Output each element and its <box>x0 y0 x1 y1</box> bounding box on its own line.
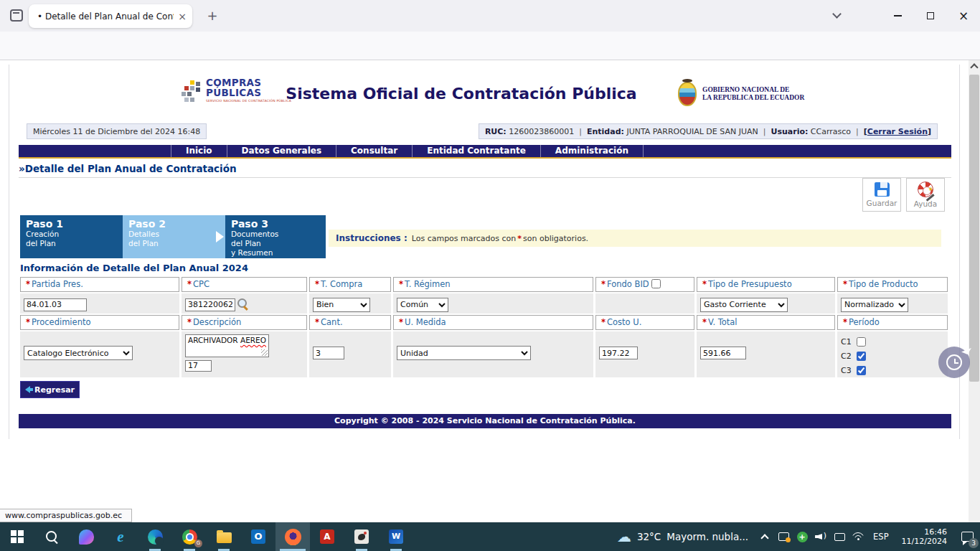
window-close-button[interactable]: × <box>956 9 971 23</box>
regresar-button[interactable]: Regresar <box>20 381 80 398</box>
new-tab-button[interactable]: + <box>204 7 221 24</box>
procedimiento-select[interactable]: Catalogo Electrónico <box>24 346 133 360</box>
nav-item-administracion[interactable]: Administración <box>540 145 644 157</box>
nav-item-inicio[interactable]: Inicio <box>171 145 227 157</box>
descripcion-codigo-input[interactable] <box>185 360 212 372</box>
wifi-icon[interactable] <box>849 522 867 551</box>
firefox-view-icon[interactable] <box>10 9 23 22</box>
resize-handle[interactable] <box>261 349 268 356</box>
weather-widget[interactable]: ☁ 32°C Mayorm. nubla... <box>610 522 755 551</box>
partida-input[interactable] <box>24 298 87 311</box>
cantidad-input[interactable] <box>313 347 344 359</box>
step-2-tab[interactable]: Paso 2 Detalles del Plan <box>123 215 225 258</box>
header-descripcion: *Descripción <box>182 315 307 330</box>
cerrar-sesion-link[interactable]: Cerrar Sesión <box>867 127 928 136</box>
step-3-tab[interactable]: Paso 3 Documentos del Plan y Resumen <box>225 215 326 258</box>
help-lifering-icon: ★ <box>918 182 933 197</box>
nav-item-entidad-contratante[interactable]: Entidad Contratante <box>412 145 540 157</box>
header-u-medida: *U. Medida <box>393 315 593 330</box>
acrobat-icon[interactable]: A <box>310 522 344 551</box>
page-viewport: COMPRASPÚBLICAS SERVICIO NACIONAL DE CON… <box>0 60 980 522</box>
guardar-button[interactable]: Guardar <box>862 178 901 212</box>
site-container: COMPRASPÚBLICAS SERVICIO NACIONAL DE CON… <box>9 65 960 439</box>
nav-item-consultar[interactable]: Consultar <box>336 145 412 157</box>
periodo-c1-row: C1 <box>841 334 944 349</box>
tipo-presupuesto-select[interactable]: Gasto Corriente <box>700 298 788 312</box>
language-indicator[interactable]: ESP <box>867 532 895 542</box>
v-total-input[interactable] <box>700 347 746 359</box>
periodo-c2-checkbox[interactable] <box>857 352 866 361</box>
form-value-row-2: Catalogo Electrónico ARCHIVADOR AEREO Un… <box>20 331 948 377</box>
fondo-bid-cell <box>595 293 694 314</box>
cast-device-icon[interactable] <box>830 522 849 551</box>
periodo-c2-row: C2 <box>841 349 944 363</box>
government-logo-text: GOBIERNO NACIONAL DELA REPUBLICA DEL ECU… <box>702 86 804 102</box>
taskbar-search-icon[interactable] <box>34 522 69 551</box>
taskbar-right: ☁ 32°C Mayorm. nubla... + ESP 16:46 11/1… <box>610 522 980 551</box>
weather-desc: Mayorm. nubla... <box>666 531 748 542</box>
fondo-bid-checkbox[interactable] <box>651 279 661 288</box>
notification-center-icon[interactable]: 3 <box>954 522 980 551</box>
cpc-input[interactable] <box>185 298 235 311</box>
screen-share-icon[interactable] <box>774 522 793 551</box>
periodo-c1-checkbox[interactable] <box>857 337 866 347</box>
start-button[interactable] <box>0 522 34 551</box>
list-tabs-icon[interactable] <box>834 11 840 17</box>
browser-tabstrip: • Detalle del Plan Anual de Contr × + × <box>0 0 980 32</box>
header-periodo: *Período <box>837 315 948 330</box>
tipo-producto-select[interactable]: Normalizado <box>841 298 908 312</box>
copilot-icon[interactable] <box>69 522 103 551</box>
instructions-banner: Instrucciones : Los campos marcados con … <box>329 230 941 247</box>
outlook-icon[interactable]: O <box>241 522 275 551</box>
edge-icon[interactable] <box>138 522 172 551</box>
scrollbar-up-icon[interactable] <box>970 63 978 71</box>
firefox-icon[interactable] <box>275 522 310 551</box>
header-cpc: *CPC <box>182 277 307 292</box>
descripcion-textarea[interactable]: ARCHIVADOR AEREO <box>185 334 269 357</box>
volume-icon[interactable] <box>811 522 830 551</box>
internet-explorer-icon[interactable]: e <box>103 522 138 551</box>
nav-item-datos-generales[interactable]: Datos Generales <box>227 145 336 157</box>
header-v-total: *V. Total <box>697 315 835 330</box>
browser-tab[interactable]: • Detalle del Plan Anual de Contr × <box>29 4 192 28</box>
header-tipo-producto: *Tipo de Producto <box>837 277 948 292</box>
java-app-icon[interactable] <box>344 522 379 551</box>
weather-cloud-icon: ☁ <box>617 529 631 544</box>
back-arrow-icon <box>25 386 30 393</box>
periodo-c3-row: C3 <box>841 363 944 377</box>
government-logo: GOBIERNO NACIONAL DELA REPUBLICA DEL ECU… <box>678 77 814 110</box>
t-regimen-select[interactable]: Común <box>397 298 448 312</box>
antivirus-icon[interactable]: + <box>793 522 811 551</box>
page-scrollbar[interactable] <box>969 60 980 522</box>
ayuda-button[interactable]: ★ Ayuda <box>906 178 945 212</box>
step-1-tab[interactable]: Paso 1 Creación del Plan <box>20 215 123 258</box>
header-costo-u: *Costo U. <box>595 315 694 330</box>
save-floppy-icon <box>875 182 890 197</box>
u-medida-select[interactable]: Unidad <box>397 346 531 360</box>
t-compra-select[interactable]: Bien <box>313 298 370 312</box>
header-fondo-bid: *Fondo BID <box>595 277 694 292</box>
form-header-row-2: *Procedimiento *Descripción *Cant. *U. M… <box>20 315 948 330</box>
tray-chevron-icon[interactable] <box>755 522 774 551</box>
tab-close-icon[interactable]: × <box>178 11 187 22</box>
scrollbar-thumb[interactable] <box>969 75 979 382</box>
notification-badge: 3 <box>969 538 979 548</box>
taskbar-clock[interactable]: 16:46 11/12/2024 <box>895 527 954 546</box>
breadcrumb: »Detalle del Plan Anual de Contratación <box>19 163 237 174</box>
weather-temp: 32°C <box>637 531 661 542</box>
header-partida: *Partida Pres. <box>20 277 179 292</box>
tab-title: • Detalle del Plan Anual de Contr <box>37 11 174 22</box>
word-icon[interactable]: W <box>379 522 413 551</box>
window-maximize-button[interactable] <box>923 9 938 23</box>
file-explorer-icon[interactable] <box>207 522 241 551</box>
cpc-search-icon[interactable] <box>237 298 248 309</box>
costo-u-input[interactable] <box>599 347 638 359</box>
browser-toolbar: ← → × https://www.compraspublicas.gob.ec… <box>0 32 980 60</box>
window-minimize-button[interactable] <box>890 9 905 23</box>
section-title: Información de Detalle del Plan Anual 20… <box>20 263 248 273</box>
site-footer: Copyright © 2008 - 2024 Servicio Naciona… <box>19 414 951 428</box>
chrome-icon[interactable]: G <box>172 522 207 551</box>
periodo-c3-checkbox[interactable] <box>857 366 866 375</box>
session-box: RUC: 1260023860001 | Entidad: JUNTA PARR… <box>479 123 938 139</box>
floating-clock-widget[interactable] <box>938 347 970 378</box>
